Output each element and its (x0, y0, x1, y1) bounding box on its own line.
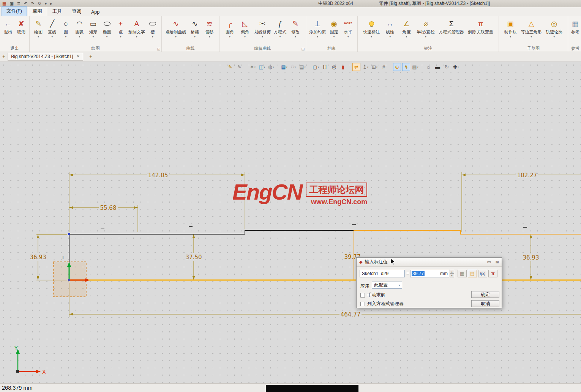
image-icon[interactable]: ▤▾ (298, 63, 306, 71)
brush-icon[interactable]: ✎ (235, 63, 243, 71)
ribbon-button-slot[interactable]: 槽▾ (147, 18, 159, 38)
ribbon-button-bridge[interactable]: ∿桥接▾ (189, 18, 201, 38)
ribbon-button-equilateral-triangle[interactable]: △等边三角形▾ (521, 18, 542, 38)
export-view-icon[interactable]: ↥▾ (362, 63, 369, 71)
equation-manager-checkbox[interactable] (360, 302, 365, 306)
button-label: 圆弧 (75, 29, 84, 35)
calculator-button[interactable]: ▦ (458, 270, 467, 277)
save-icon[interactable]: ▣ (9, 2, 13, 6)
spin-down-icon[interactable]: ▼ (450, 274, 454, 277)
ok-button[interactable]: 确定 (471, 291, 499, 298)
grid-icon[interactable]: ▦▾ (280, 63, 288, 71)
ribbon-button-quick-dimension[interactable]: 快速标注▾ (363, 18, 380, 38)
menu-tools-tab[interactable]: 工具 (48, 7, 66, 16)
dialog-close-icon[interactable]: ⊠ (496, 260, 499, 264)
ribbon-button-fix[interactable]: ◉固定▾ (328, 18, 340, 38)
apply-config-dropdown[interactable]: 此配置 ▾ (372, 282, 402, 289)
ribbon-button-angle-dimension[interactable]: ∠角度▾ (400, 18, 412, 38)
dialog-launcher-icon[interactable]: ◱ (157, 47, 160, 51)
menu-app-tab[interactable]: App (87, 8, 104, 16)
ribbon-button-cancel[interactable]: ✘取消 (15, 18, 27, 35)
ribbon-button-rectangle[interactable]: ▭矩形▾ (87, 18, 99, 38)
app-logo-icon[interactable]: ▦ (2, 2, 6, 6)
dimension-name-field[interactable]: Sketch1_d29 (360, 270, 405, 277)
header-icon[interactable]: H (321, 63, 329, 71)
minus-bar-icon[interactable]: ▬ (434, 63, 442, 71)
open-icon[interactable]: ≣ (17, 2, 21, 6)
endpoint-top[interactable] (68, 233, 70, 235)
ribbon-button-horizontal[interactable]: HORZ水平▾ (342, 18, 354, 38)
ribbon-button-modify[interactable]: ✎修改▾ (289, 18, 302, 38)
spin-up-icon[interactable]: ▲ (450, 270, 454, 274)
manual-solve-checkbox[interactable] (360, 293, 365, 298)
sketch-drawing[interactable]: 142.05 55.68 102.27 36.93 37.50 39.77 36… (0, 61, 581, 383)
ribbon-button-exit[interactable]: ←退出 (2, 18, 14, 35)
document-tab[interactable]: Big shaft-V2014.Z3 - [Sketch1] ✕ (8, 53, 83, 61)
ribbon-button-ready-text[interactable]: A预制文字▾ (128, 18, 145, 38)
swap-view-icon[interactable]: ⇄ (352, 63, 360, 71)
value-spinner[interactable]: ▲ ▼ (450, 270, 454, 277)
dim-36-93-left: 36.93 (30, 254, 46, 261)
ribbon-button-chamfer[interactable]: ◺倒角▾ (239, 18, 251, 38)
ribbon-button-track-profile[interactable]: ◎轨迹轮廓▾ (546, 18, 562, 38)
tag-icon[interactable]: # (380, 63, 388, 71)
ribbon-button-equation[interactable]: ƒ方程式▾ (274, 18, 286, 38)
ribbon-button-offset[interactable]: ≋偏移▾ (204, 18, 216, 38)
ribbon-button-trim[interactable]: ✂划线修剪▾ (254, 18, 271, 38)
dialog-comment-icon[interactable]: ▭ (487, 260, 491, 264)
ruler-icon[interactable]: ▮ (339, 63, 347, 71)
ribbon-button-line[interactable]: ╱直线▾ (46, 18, 58, 38)
cancel-button[interactable]: 取消 (471, 300, 499, 307)
menu-sketch-tab[interactable]: 草图 (28, 7, 47, 16)
ribbon-button-arc[interactable]: ◠圆弧▾ (73, 18, 85, 38)
ribbon-button-circle[interactable]: ○圆▾ (60, 18, 72, 38)
viewport-icon[interactable]: ▢▾ (312, 63, 320, 71)
pi-constant-button[interactable]: π (488, 270, 497, 277)
redo-icon[interactable]: ↷ (31, 2, 34, 6)
ribbon-button-draw[interactable]: ✎绘图▾ (32, 18, 44, 38)
profile-line-highlighted[interactable] (354, 230, 581, 234)
target-icon[interactable]: ◎ (330, 63, 338, 71)
snap-grid-icon[interactable]: ∷▾ (289, 63, 297, 71)
sketch-canvas[interactable]: ✎ ✎ ✶▾ ◫▾ ◍▾ ▦▾ ∷▾ ▤▾ ▢▾ H ◎ ▮ ⇄ ↥▾ ⊞▾ #… (0, 61, 581, 383)
dimension-value-field[interactable]: 39.77 mm (410, 270, 449, 277)
undo-icon[interactable]: ↶ (24, 2, 27, 6)
ribbon-button-curve-through-points[interactable]: ∿点绘制曲线▾ (166, 18, 186, 38)
play-icon[interactable]: ▸ (50, 2, 52, 6)
shade-mode-icon[interactable]: ◍▾ (267, 63, 275, 71)
ribbon-button-radius-diameter[interactable]: ⌀半径/直径▾ (417, 18, 435, 38)
crosshair-snap-icon[interactable]: ⊕ (393, 63, 401, 71)
filter-wand-icon[interactable]: ✶▾ (249, 63, 257, 71)
layers-icon[interactable]: ⊞▾ (371, 63, 379, 71)
ribbon-button-fillet[interactable]: ╭圆角▾ (224, 18, 236, 38)
customize-caret-icon[interactable]: ▾ (45, 2, 47, 6)
profile-line-black[interactable] (69, 230, 354, 234)
ribbon-button-make-block[interactable]: ▣制作块▾ (504, 18, 517, 38)
view-cube-icon[interactable]: ◫▾ (258, 63, 266, 71)
compass-icon[interactable]: ✚▾ (452, 63, 460, 71)
ribbon-button-add-constraint[interactable]: ⊥添加约束▾ (309, 18, 326, 38)
dialog-titlebar[interactable]: ◆ 输入标注值 ▭ ⊠ (357, 258, 502, 267)
ribbon-button-linear-dimension[interactable]: ↔线性▾ (384, 18, 396, 38)
dim-102-27: 102.27 (517, 172, 537, 179)
menu-file[interactable]: 文件(F) (2, 6, 27, 16)
ribbon-button-ellipse[interactable]: 椭圆▾ (101, 18, 113, 38)
menu-inquire-tab[interactable]: 查询 (67, 7, 86, 16)
tab-plus-icon[interactable]: + (2, 54, 5, 59)
fx-expression-button[interactable]: f(x) (478, 270, 487, 277)
lightning-icon[interactable]: ↯ (402, 63, 410, 71)
dialog-launcher-icon[interactable]: ◱ (301, 47, 305, 51)
button-label: 退出 (4, 29, 12, 35)
sketch-pencil-icon[interactable]: ✎ (226, 63, 234, 71)
ribbon-button-reference[interactable]: ▦参考 (569, 18, 581, 35)
close-tab-icon[interactable]: ✕ (77, 55, 80, 58)
ribbon-button-equation-manager[interactable]: Σ方程式管理器 (439, 18, 464, 35)
ribbon-button-unlink-variable[interactable]: π解除关联变量 (468, 18, 493, 35)
ribbon-button-point[interactable]: +点▾ (115, 18, 127, 38)
panel-grid-icon[interactable]: ▩▾ (411, 63, 419, 71)
unit-button[interactable]: ▤ (468, 270, 477, 277)
regen-icon[interactable]: ↻ (38, 2, 41, 6)
loop-icon[interactable]: ↻ (443, 63, 451, 71)
new-tab-icon[interactable]: + (89, 54, 92, 59)
brightness-icon[interactable]: ☼ (425, 63, 433, 71)
